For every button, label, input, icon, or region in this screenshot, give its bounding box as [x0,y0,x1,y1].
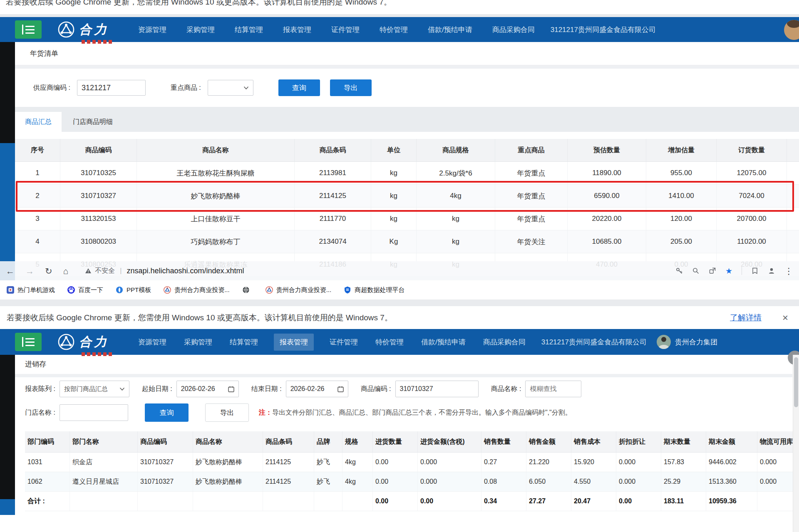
zoom-icon[interactable] [692,267,700,275]
cell: 2113981 [295,162,371,185]
inventory-row[interactable]: 1062遵义日月星城店310710327妙飞散称奶酪棒2114125妙飞4kg0… [25,472,799,492]
app-logo: 合力 [57,333,109,351]
end-date-input[interactable]: 2026-02-26 [286,381,348,397]
user-avatar[interactable] [784,20,799,40]
product-row[interactable]: 2310710327妙飞散称奶酪棒2114125kg4kg年货重点6590.00… [15,185,799,208]
inventory-row[interactable]: 1031织金店310710327妙飞散称奶酪棒2114125妙飞4kg0.000… [25,453,799,472]
ppt-template-icon [116,286,123,294]
nav-menu-item[interactable]: 借款/预结申请 [419,334,467,351]
column-header: 进货金额(含税) [418,431,481,453]
key-product-select[interactable] [208,80,253,96]
menu-dots-icon[interactable]: ⋮ [784,267,793,275]
cell: kg [371,162,417,185]
bottom-window-content: 进销存 报表陈列 : 按部门商品汇总 起始日期 : 2026-02-26 结束日… [0,355,799,532]
address-bar[interactable]: 不安全 | znsapi.helichaoshi.com/index.xhtml [85,267,534,275]
password-key-icon[interactable] [675,267,683,275]
menu-toggle-button[interactable] [15,333,42,351]
nav-menu-item[interactable]: 证件管理 [328,334,360,351]
learn-more-link[interactable]: 了解详情 [730,312,762,323]
menu-toggle-button[interactable] [15,20,42,39]
nav-menu-item[interactable]: 资源管理 [136,21,168,38]
bookmark-item[interactable]: 百度一下 [67,286,103,294]
user-avatar[interactable] [657,335,671,349]
not-secure-warning-icon [85,268,92,274]
product-code-input[interactable] [395,381,479,397]
nav-menu-item[interactable]: 商品采购合同 [491,21,536,38]
total-cell: 0.34 [481,492,526,511]
forward-icon[interactable]: → [25,267,34,275]
table-header-row: 部门编码部门名称商品编码商品名称商品条码品牌规格进货数量进货金额(含税)销售数量… [25,431,799,453]
bookmark-item[interactable]: 贵州合力商业投资... [266,286,332,294]
bookmark-item[interactable]: 贵州合力商业投资... [164,286,230,294]
scrollbar-thumb[interactable] [794,357,798,407]
chevron-down-icon [243,86,249,90]
bookmark-item[interactable]: 热门单机游戏 [7,286,55,294]
cell: kg [417,208,495,230]
nav-menu-item[interactable]: 报表管理 [281,21,313,38]
nav-menu-item[interactable]: 特价管理 [378,21,409,38]
nav-company-name[interactable]: 3121217贵州同盛金食品有限公司 [541,337,647,347]
bookmark-star-icon[interactable]: ★ [725,266,732,276]
store-name-input[interactable] [60,404,128,421]
column-header: 序号 [15,139,60,162]
nav-menu-item[interactable]: 结算管理 [228,334,260,351]
reload-icon[interactable]: ↻ [45,267,52,275]
nav-menu-item[interactable]: 结算管理 [233,21,265,38]
cell: 巧妈妈散称布丁 [137,230,295,253]
cell: 4 [15,230,60,253]
vertical-scrollbar[interactable] [793,355,799,532]
inventory-report-table: 部门编码部门名称商品编码商品名称商品条码品牌规格进货数量进货金额(含税)销售数量… [25,431,799,511]
cell: 6.050 [526,472,571,492]
total-cell: 27.27 [526,492,571,511]
tab-product-summary[interactable]: 商品汇总 [15,112,62,132]
cell: 妙飞散称奶酪棒 [193,472,263,492]
nav-menu-item[interactable]: 资源管理 [136,334,168,351]
nav-company-name[interactable]: 3121217贵州同盛金食品有限公司 [551,25,656,35]
product-name-input[interactable] [525,381,581,397]
nav-menu-item[interactable]: 采购管理 [185,21,216,38]
export-button[interactable]: 导出 [205,403,249,422]
tab-store-product-detail[interactable]: 门店商品明细 [62,112,124,132]
cell: 0.000 [616,472,661,492]
home-icon[interactable]: ⌂ [63,267,69,275]
supplier-code-input[interactable] [77,80,146,96]
bookmark-item[interactable]: 商超数据处理平台 [344,286,404,294]
nav-menu-item[interactable]: 证件管理 [330,21,361,38]
logo-circle-triangle-icon [57,333,75,351]
query-button[interactable]: 查询 [278,79,320,96]
chevron-down-icon [119,387,125,391]
share-icon[interactable] [709,267,716,275]
nav-group-name[interactable]: 贵州合力集团 [675,337,717,347]
total-cell [314,492,342,511]
cell: 7024.00 [717,185,787,208]
bookmark-item[interactable]: PPT模板 [116,286,151,294]
product-row[interactable]: 1310710325王老五散称花生酥狗屎糖2113981kg2.5kg/袋*6年… [15,162,799,185]
product-row[interactable]: 3311320153上口佳散称豆干2111770kgkg年货重点20220.00… [15,208,799,230]
cell: 0.000 [418,472,481,492]
cell: 王老五散称花生酥狗屎糖 [137,162,295,185]
cell: 2114125 [263,472,314,492]
product-row[interactable]: 4310800203巧妈妈散称布丁2134074Kgkg年货关注10685.00… [15,230,799,253]
collapsed-sidebar [0,355,15,532]
back-icon[interactable]: ← [6,267,15,275]
logo-circle-triangle-icon [57,21,75,38]
nav-menu-item[interactable]: 借款/预结申请 [426,21,474,38]
column-header: 商品编码 [60,139,137,162]
bookmark-item[interactable] [242,286,253,294]
total-cell: 20.47 [571,492,616,511]
report-layout-select[interactable]: 按部门商品汇总 [60,381,129,397]
start-date-input[interactable]: 2026-02-26 [176,381,239,397]
export-button[interactable]: 导出 [330,79,372,96]
nav-menu-item[interactable]: 特价管理 [374,334,405,351]
cell: kg [371,185,417,208]
logo-text: 合力 [79,334,109,351]
profile-icon[interactable] [768,267,775,275]
nav-menu-item[interactable]: 采购管理 [182,334,214,351]
nav-menu-item[interactable]: 商品采购合同 [481,334,527,351]
not-secure-label: 不安全 [95,267,115,275]
reading-list-icon[interactable] [751,267,759,275]
notification-close-icon[interactable]: × [782,313,788,323]
query-button[interactable]: 查询 [145,403,189,422]
nav-menu-item[interactable]: 报表管理 [274,334,314,351]
heli-logo-icon [164,286,171,294]
